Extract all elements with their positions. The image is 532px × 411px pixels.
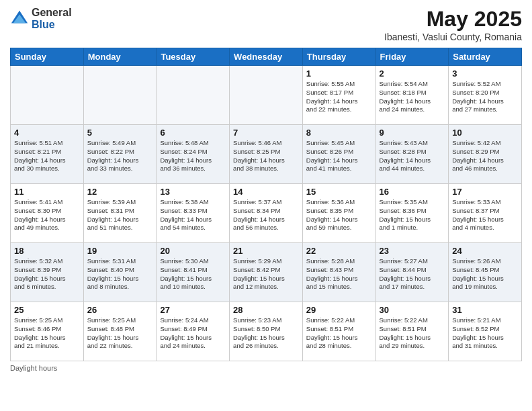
cell-text: Sunset: 8:40 PM xyxy=(87,266,153,275)
cell-text: Daylight: 14 hours xyxy=(380,97,445,106)
cell-text: Sunset: 8:30 PM xyxy=(14,207,80,216)
cell-text: Sunrise: 5:48 AM xyxy=(160,139,226,148)
calendar-cell: 8Sunrise: 5:45 AMSunset: 8:26 PMDaylight… xyxy=(302,125,375,184)
cell-text: Sunset: 8:18 PM xyxy=(380,89,445,97)
day-number: 21 xyxy=(233,246,299,256)
calendar-cell: 11Sunrise: 5:41 AMSunset: 8:30 PMDayligh… xyxy=(11,184,84,243)
cell-text: and 6 minutes. xyxy=(14,283,80,291)
cell-text: Daylight: 14 hours xyxy=(452,97,518,106)
day-number: 20 xyxy=(160,246,226,256)
cell-text: Sunrise: 5:25 AM xyxy=(87,316,153,325)
cell-text: Daylight: 15 hours xyxy=(87,334,153,342)
calendar-cell: 12Sunrise: 5:39 AMSunset: 8:31 PMDayligh… xyxy=(83,184,157,243)
day-header-friday: Friday xyxy=(375,48,449,66)
cell-text: Sunrise: 5:55 AM xyxy=(306,80,372,89)
day-number: 30 xyxy=(380,305,445,315)
cell-text: and 56 minutes. xyxy=(233,224,299,232)
calendar-cell: 14Sunrise: 5:37 AMSunset: 8:34 PMDayligh… xyxy=(230,184,303,243)
cell-text: and 24 minutes. xyxy=(380,105,445,114)
cell-text: Daylight: 14 hours xyxy=(160,216,226,224)
cell-text: Daylight: 15 hours xyxy=(380,334,445,342)
calendar-cell: 3Sunrise: 5:52 AMSunset: 8:20 PMDaylight… xyxy=(449,66,522,125)
cell-text: Sunset: 8:41 PM xyxy=(160,266,226,275)
cell-text: Sunrise: 5:46 AM xyxy=(233,139,299,148)
calendar-cell: 7Sunrise: 5:46 AMSunset: 8:25 PMDaylight… xyxy=(230,125,303,184)
cell-text: Daylight: 15 hours xyxy=(306,275,372,283)
day-number: 12 xyxy=(87,187,153,197)
cell-text: Daylight: 14 hours xyxy=(306,97,372,106)
cell-text: Sunset: 8:29 PM xyxy=(452,148,518,156)
cell-text: Sunrise: 5:23 AM xyxy=(233,316,299,325)
cell-text: Sunset: 8:33 PM xyxy=(160,207,226,216)
cell-text: Sunrise: 5:22 AM xyxy=(380,316,445,325)
cell-text: Sunset: 8:21 PM xyxy=(14,148,80,156)
day-number: 2 xyxy=(380,68,445,79)
logo: General Blue xyxy=(10,7,72,30)
day-number: 13 xyxy=(160,187,226,197)
cell-text: Sunset: 8:28 PM xyxy=(380,148,445,156)
calendar-cell: 9Sunrise: 5:43 AMSunset: 8:28 PMDaylight… xyxy=(375,125,449,184)
cell-text: and 26 minutes. xyxy=(233,342,299,351)
cell-text: and 46 minutes. xyxy=(452,165,518,173)
cell-text: Daylight: 14 hours xyxy=(14,216,80,224)
cell-text: and 51 minutes. xyxy=(87,224,153,232)
day-number: 5 xyxy=(87,128,153,138)
cell-text: Daylight: 14 hours xyxy=(380,156,445,165)
cell-text: and 49 minutes. xyxy=(14,224,80,232)
cell-text: Daylight: 15 hours xyxy=(380,275,445,283)
cell-text: Daylight: 15 hours xyxy=(160,334,226,342)
cell-text: Sunrise: 5:21 AM xyxy=(452,316,518,325)
month-title: May 2025 xyxy=(384,7,522,32)
cell-text: and 31 minutes. xyxy=(452,342,518,351)
page: General Blue May 2025 Ibanesti, Vaslui C… xyxy=(0,0,532,411)
cell-text: and 17 minutes. xyxy=(380,283,445,291)
cell-text: Sunrise: 5:36 AM xyxy=(306,198,372,207)
header: General Blue May 2025 Ibanesti, Vaslui C… xyxy=(10,7,522,42)
day-header-saturday: Saturday xyxy=(449,48,522,66)
cell-text: Sunrise: 5:31 AM xyxy=(87,257,153,266)
cell-text: Sunset: 8:34 PM xyxy=(233,207,299,216)
cell-text: and 22 minutes. xyxy=(306,105,372,114)
cell-text: Daylight: 14 hours xyxy=(160,156,226,165)
cell-text: and 19 minutes. xyxy=(452,283,518,291)
cell-text: Sunset: 8:49 PM xyxy=(160,325,226,334)
cell-text: Daylight: 15 hours xyxy=(160,275,226,283)
cell-text: Sunset: 8:35 PM xyxy=(306,207,372,216)
cell-text: Daylight: 15 hours xyxy=(14,275,80,283)
logo-icon xyxy=(10,9,29,28)
cell-text: Sunrise: 5:32 AM xyxy=(14,257,80,266)
cell-text: Sunrise: 5:27 AM xyxy=(380,257,445,266)
cell-text: Sunrise: 5:37 AM xyxy=(233,198,299,207)
calendar-cell: 15Sunrise: 5:36 AMSunset: 8:35 PMDayligh… xyxy=(302,184,375,243)
calendar-cell: 16Sunrise: 5:35 AMSunset: 8:36 PMDayligh… xyxy=(375,184,449,243)
cell-text: Sunrise: 5:45 AM xyxy=(306,139,372,148)
cell-text: Daylight: 14 hours xyxy=(233,216,299,224)
cell-text: Sunrise: 5:41 AM xyxy=(14,198,80,207)
calendar-cell: 30Sunrise: 5:22 AMSunset: 8:51 PMDayligh… xyxy=(375,302,449,361)
day-number: 10 xyxy=(452,128,518,138)
day-number: 24 xyxy=(452,246,518,256)
day-number: 16 xyxy=(380,187,445,197)
day-number: 9 xyxy=(380,128,445,138)
cell-text: Sunrise: 5:39 AM xyxy=(87,198,153,207)
week-row-2: 4Sunrise: 5:51 AMSunset: 8:21 PMDaylight… xyxy=(11,125,522,184)
cell-text: Sunset: 8:52 PM xyxy=(452,325,518,334)
calendar-cell: 25Sunrise: 5:25 AMSunset: 8:46 PMDayligh… xyxy=(11,302,84,361)
cell-text: Daylight: 15 hours xyxy=(452,334,518,342)
day-number: 25 xyxy=(14,305,80,315)
cell-text: Sunset: 8:36 PM xyxy=(380,207,445,216)
cell-text: Sunrise: 5:49 AM xyxy=(87,139,153,148)
cell-text: and 24 minutes. xyxy=(160,342,226,351)
cell-text: Sunrise: 5:52 AM xyxy=(452,80,518,89)
cell-text: and 21 minutes. xyxy=(14,342,80,351)
cell-text: Sunset: 8:45 PM xyxy=(452,266,518,275)
day-number: 7 xyxy=(233,128,299,138)
day-number: 17 xyxy=(452,187,518,197)
calendar-cell: 28Sunrise: 5:23 AMSunset: 8:50 PMDayligh… xyxy=(230,302,303,361)
week-row-1: 1Sunrise: 5:55 AMSunset: 8:17 PMDaylight… xyxy=(11,66,522,125)
cell-text: and 59 minutes. xyxy=(306,224,372,232)
day-number: 8 xyxy=(306,128,372,138)
cell-text: Sunset: 8:48 PM xyxy=(87,325,153,334)
calendar-cell xyxy=(157,66,230,125)
cell-text: and 36 minutes. xyxy=(160,165,226,173)
